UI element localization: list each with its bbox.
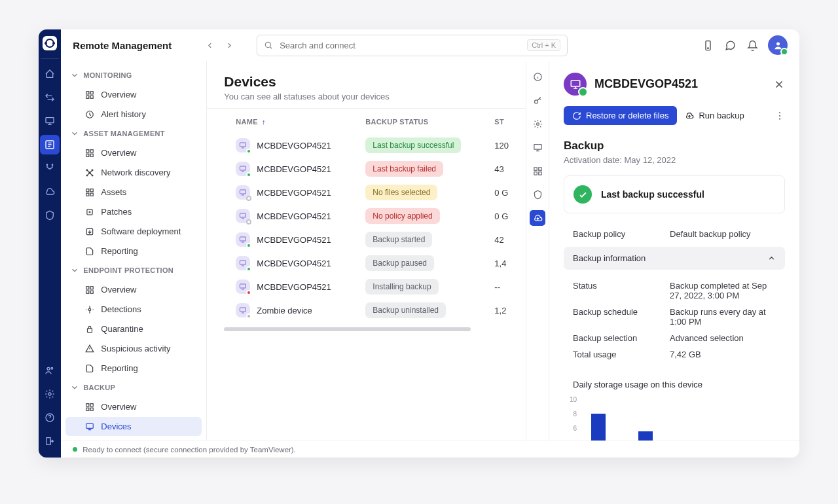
sidebar-item[interactable]: Network discovery bbox=[65, 163, 202, 182]
status-text: Ready to connect (secure connection prov… bbox=[82, 446, 296, 454]
strip-display-icon[interactable] bbox=[530, 139, 545, 155]
rail-workflow[interactable] bbox=[40, 158, 60, 178]
chart-bar bbox=[638, 431, 653, 441]
svg-rect-36 bbox=[90, 291, 93, 293]
svg-point-37 bbox=[89, 308, 92, 311]
storage-value: 1,4 bbox=[494, 259, 506, 268]
sidebar-item[interactable]: Overview bbox=[65, 85, 202, 104]
device-row[interactable]: MCBDEVGOP4521Installing backup-- bbox=[207, 275, 526, 298]
svg-point-62 bbox=[779, 115, 780, 117]
rail-swap[interactable] bbox=[40, 88, 60, 107]
device-row[interactable]: MCBDEVGOP4521No policy applied0 G bbox=[207, 204, 526, 228]
kebab-icon[interactable] bbox=[774, 111, 785, 121]
storage-value: 43 bbox=[494, 164, 503, 174]
rail-cloud[interactable] bbox=[40, 182, 60, 202]
content-subtitle: You can see all statuses about your devi… bbox=[224, 92, 509, 101]
strip-shield-icon[interactable] bbox=[530, 187, 545, 202]
close-icon[interactable] bbox=[773, 79, 785, 90]
device-icon bbox=[236, 209, 250, 223]
detail-title: MCBDEVGOP4521 bbox=[594, 77, 765, 91]
sidebar-item[interactable]: Overview bbox=[65, 143, 202, 162]
sidebar-group-header[interactable]: MONITORING bbox=[61, 66, 206, 84]
sidebar: MONITORINGOverviewAlert historyASSET MAN… bbox=[61, 61, 207, 441]
info-row: Backup selectionAdvanced selection bbox=[573, 330, 776, 346]
status-badge: Installing backup bbox=[365, 279, 438, 295]
status-text: Last backup successful bbox=[601, 189, 704, 200]
sidebar-item[interactable]: Suspicious activity bbox=[65, 339, 202, 358]
search-input[interactable] bbox=[280, 41, 520, 50]
svg-rect-46 bbox=[240, 190, 246, 194]
svg-rect-28 bbox=[90, 189, 93, 191]
strip-gear-icon[interactable] bbox=[530, 116, 545, 132]
sidebar-item[interactable]: Software deployment bbox=[65, 222, 202, 241]
svg-rect-60 bbox=[571, 81, 580, 86]
search-bar[interactable]: Ctrl + K bbox=[257, 35, 568, 56]
rail-exit[interactable] bbox=[40, 431, 60, 451]
device-row[interactable]: MCBDEVGOP4521Backup started42 bbox=[207, 228, 526, 251]
rail-help[interactable] bbox=[40, 408, 60, 427]
activation-date: Activation date: May 12, 2022 bbox=[564, 155, 785, 165]
sidebar-item[interactable]: Reporting bbox=[65, 359, 202, 378]
svg-rect-33 bbox=[86, 286, 89, 289]
svg-rect-57 bbox=[538, 167, 541, 170]
status-badge: Last backup successful bbox=[365, 137, 461, 153]
nav-back[interactable] bbox=[200, 36, 219, 54]
sidebar-item[interactable]: Reporting bbox=[65, 242, 202, 261]
sidebar-item[interactable]: Assets bbox=[65, 183, 202, 202]
svg-rect-55 bbox=[534, 144, 541, 149]
sidebar-item[interactable]: Overview bbox=[65, 397, 202, 416]
horizontal-scrollbar[interactable] bbox=[224, 327, 509, 334]
sidebar-group-header[interactable]: ENDPOINT PROTECTION bbox=[61, 261, 206, 279]
sidebar-item[interactable]: Devices bbox=[65, 417, 202, 436]
chart-bar bbox=[591, 414, 606, 441]
svg-rect-50 bbox=[240, 284, 246, 288]
device-row[interactable]: MCBDEVGOP4521Last backup failed43 bbox=[207, 157, 526, 181]
rail-settings[interactable] bbox=[40, 384, 60, 404]
sidebar-group-header[interactable]: BACKUP bbox=[61, 378, 206, 397]
col-status[interactable]: BACKUP STATUS bbox=[365, 118, 494, 126]
svg-rect-29 bbox=[86, 193, 89, 196]
device-row[interactable]: Zombie deviceBackup uninstalled1,2 bbox=[207, 298, 526, 322]
col-name[interactable]: NAME ↑ bbox=[236, 118, 365, 126]
run-backup-button[interactable]: Run backup bbox=[685, 111, 744, 120]
sidebar-item[interactable]: Overview bbox=[65, 280, 202, 299]
strip-key-icon[interactable] bbox=[530, 92, 545, 108]
strip-grid-icon[interactable] bbox=[530, 163, 545, 179]
detail-actions: Restore or delete files Run backup bbox=[564, 106, 785, 125]
rail-home[interactable] bbox=[40, 64, 60, 84]
status-dot bbox=[73, 447, 77, 452]
info-row: Backup scheduleBackup runs every day at … bbox=[573, 304, 776, 330]
status-badge: Backup started bbox=[365, 232, 432, 247]
status-badge: Backup uninstalled bbox=[365, 302, 446, 318]
backup-info-accordion[interactable]: Backup information bbox=[564, 247, 785, 270]
topbar-right bbox=[701, 35, 788, 55]
sidebar-group-header[interactable]: ASSET MANAGEMENT bbox=[61, 124, 206, 143]
user-avatar[interactable] bbox=[768, 35, 788, 55]
device-row[interactable]: MCBDEVGOP4521Last backup successful120 bbox=[207, 134, 526, 157]
rail-backup[interactable] bbox=[40, 135, 60, 154]
restore-button[interactable]: Restore or delete files bbox=[564, 106, 677, 125]
strip-info-icon[interactable] bbox=[530, 69, 545, 84]
sidebar-item[interactable]: Patches bbox=[65, 202, 202, 221]
rail-users[interactable] bbox=[40, 361, 60, 380]
sidebar-item[interactable]: Quarantine bbox=[65, 319, 202, 338]
bell-icon[interactable] bbox=[746, 39, 759, 52]
sidebar-item[interactable]: Alert history bbox=[65, 105, 202, 124]
device-row[interactable]: MCBDEVGOP4521Backup paused1,4 bbox=[207, 251, 526, 275]
sidebar-item[interactable]: Detections bbox=[65, 300, 202, 319]
info-grid: StatusBackup completed at Sep 27, 2022, … bbox=[564, 276, 785, 374]
col-storage[interactable]: ST bbox=[494, 118, 509, 126]
chat-icon[interactable] bbox=[723, 39, 737, 52]
svg-rect-42 bbox=[90, 408, 93, 410]
svg-rect-49 bbox=[240, 261, 246, 264]
device-icon[interactable] bbox=[701, 39, 714, 52]
device-row[interactable]: MCBDEVGOP4521No files selected0 G bbox=[207, 181, 526, 204]
svg-point-3 bbox=[52, 164, 52, 165]
svg-rect-58 bbox=[534, 171, 536, 174]
svg-point-54 bbox=[536, 122, 539, 125]
strip-cloud-icon[interactable] bbox=[530, 210, 545, 226]
rail-shield[interactable] bbox=[40, 206, 60, 225]
rail-devices[interactable] bbox=[40, 111, 60, 131]
nav-forward[interactable] bbox=[220, 36, 238, 54]
device-name: MCBDEVGOP4521 bbox=[257, 188, 365, 198]
